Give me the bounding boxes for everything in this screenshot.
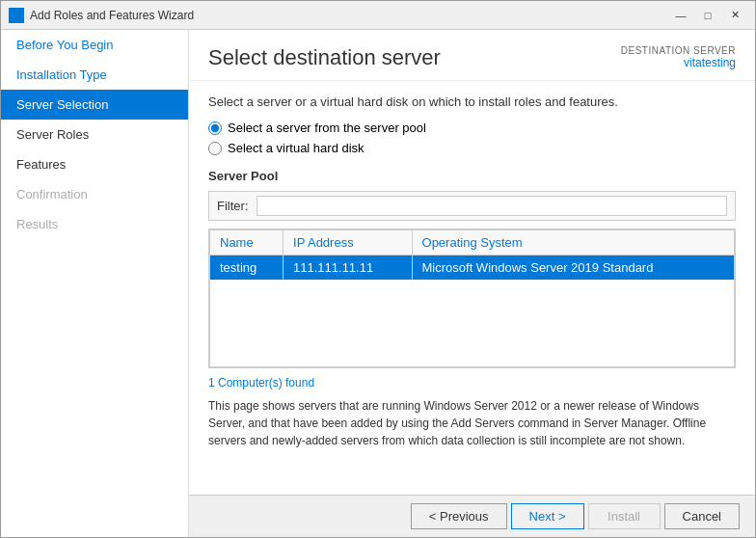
cell-os: Microsoft Windows Server 2019 Standard: [412, 256, 734, 281]
footer: < Previous Next > Install Cancel: [189, 495, 755, 537]
radio-vhd-row: Select a virtual hard disk: [208, 141, 736, 155]
radio-server-pool-row: Select a server from the server pool: [208, 121, 736, 135]
page-title: Select destination server: [208, 45, 441, 70]
description-text: Select a server or a virtual hard disk o…: [208, 94, 736, 109]
server-table: Name IP Address Operating System testing…: [209, 229, 735, 367]
next-button[interactable]: Next >: [511, 503, 584, 529]
title-bar: Add Roles and Features Wizard — □ ✕: [1, 1, 755, 30]
app-icon: [9, 8, 24, 23]
radio-group: Select a server from the server pool Sel…: [208, 121, 736, 155]
info-text: This page shows servers that are running…: [208, 397, 736, 449]
radio-vhd[interactable]: [208, 142, 222, 155]
col-os: Operating System: [412, 230, 734, 256]
computers-found: 1 Computer(s) found: [208, 376, 736, 390]
filter-row: Filter:: [208, 191, 736, 221]
window-title: Add Roles and Features Wizard: [30, 9, 668, 22]
content-area: Before You Begin Installation Type Serve…: [1, 30, 755, 537]
table-empty-row: [210, 280, 735, 309]
wizard-window: Add Roles and Features Wizard — □ ✕ Befo…: [0, 0, 756, 538]
sidebar-item-server-selection[interactable]: Server Selection: [1, 90, 188, 120]
previous-button[interactable]: < Previous: [411, 503, 507, 529]
maximize-button[interactable]: □: [695, 6, 720, 25]
filter-input[interactable]: [256, 196, 728, 216]
filter-label: Filter:: [217, 199, 249, 213]
radio-vhd-label: Select a virtual hard disk: [228, 141, 364, 155]
sidebar: Before You Begin Installation Type Serve…: [1, 30, 189, 537]
sidebar-item-features[interactable]: Features: [1, 149, 188, 179]
minimize-button[interactable]: —: [668, 6, 693, 25]
dest-server-label: DESTINATION SERVER: [621, 45, 736, 56]
table-empty-row3: [210, 337, 735, 366]
dest-server-name: vitatesting: [621, 56, 736, 69]
table-empty-row2: [210, 309, 735, 337]
server-table-body: testing 111.111.11.11 Microsoft Windows …: [210, 256, 735, 367]
sidebar-item-installation-type[interactable]: Installation Type: [1, 60, 188, 90]
main-panel: Select destination server DESTINATION SE…: [189, 30, 755, 537]
radio-server-pool-label: Select a server from the server pool: [228, 121, 426, 135]
col-ip: IP Address: [284, 230, 413, 256]
col-name: Name: [210, 230, 284, 256]
sidebar-item-server-roles[interactable]: Server Roles: [1, 120, 188, 149]
sidebar-item-before-you-begin[interactable]: Before You Begin: [1, 30, 188, 60]
server-table-wrapper: Name IP Address Operating System testing…: [208, 229, 736, 368]
close-button[interactable]: ✕: [722, 6, 747, 25]
sidebar-item-confirmation: Confirmation: [1, 179, 188, 209]
table-row[interactable]: testing 111.111.11.11 Microsoft Windows …: [210, 256, 735, 281]
table-header-row: Name IP Address Operating System: [210, 230, 735, 256]
main-body: Select a server or a virtual hard disk o…: [189, 81, 755, 495]
main-header: Select destination server DESTINATION SE…: [189, 30, 755, 81]
radio-server-pool[interactable]: [208, 121, 222, 135]
window-controls: — □ ✕: [668, 6, 747, 25]
server-pool-title: Server Pool: [208, 169, 736, 183]
sidebar-item-results: Results: [1, 209, 188, 239]
destination-server-info: DESTINATION SERVER vitatesting: [621, 45, 736, 69]
cell-ip: 111.111.11.11: [284, 256, 413, 281]
install-button[interactable]: Install: [588, 503, 661, 529]
cancel-button[interactable]: Cancel: [664, 503, 740, 529]
cell-name: testing: [210, 256, 284, 281]
